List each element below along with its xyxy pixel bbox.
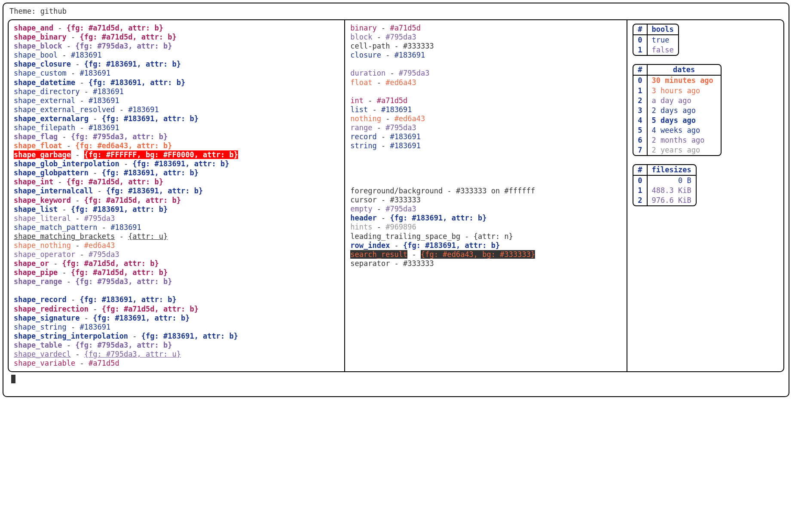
color-entry: shape_list - {fg: #183691, attr: b} — [14, 205, 339, 214]
color-entry: shape_variable - #a71d5d — [14, 359, 339, 368]
dates-table: # dates 030 minutes ago13 hours ago2a da… — [633, 64, 721, 156]
theme-preview-panel: shape_and - {fg: #a71d5d, attr: b}shape_… — [8, 19, 784, 372]
color-entry: shape_string_interpolation - {fg: #18369… — [14, 332, 339, 341]
color-entry: foreground/background - #333333 on #ffff… — [350, 187, 621, 196]
bools-col-header: bools — [647, 24, 678, 35]
color-entry: record - #183691 — [350, 132, 621, 141]
type-colors-column: binary - #a71d5dblock - #795da3cell-path… — [345, 20, 627, 371]
table-row: 0true — [633, 35, 678, 45]
type-colors-group: binary - #a71d5dblock - #795da3cell-path… — [350, 24, 621, 150]
table-row: 13 hours ago — [633, 86, 720, 96]
color-entry: shape_redirection - {fg: #a71d5d, attr: … — [14, 305, 339, 314]
dates-col-header: dates — [647, 65, 721, 75]
color-entry: shape_custom - #183691 — [14, 69, 339, 78]
color-entry: shape_matching_brackets - {attr: u} — [14, 232, 339, 241]
misc-colors-group: foreground/background - #333333 on #ffff… — [350, 187, 621, 268]
color-entry: shape_keyword - {fg: #a71d5d, attr: b} — [14, 196, 339, 205]
color-entry: shape_vardecl - {fg: #795da3, attr: u} — [14, 350, 339, 359]
color-entry: shape_external - #183691 — [14, 96, 339, 105]
color-entry: cursor - #333333 — [350, 196, 621, 205]
color-entry: shape_block - {fg: #795da3, attr: b} — [14, 42, 339, 51]
tables-column: # bools 0true1false # dates 030 minutes … — [627, 20, 783, 371]
color-entry: search_result - {fg: #ed6a43, bg: #33333… — [350, 250, 621, 259]
color-entry: shape_glob_interpolation - {fg: #183691,… — [14, 159, 339, 168]
color-entry: shape_string - #183691 — [14, 323, 339, 332]
color-entry: list - #183691 — [350, 105, 621, 114]
color-entry: shape_datetime - {fg: #183691, attr: b} — [14, 78, 339, 87]
color-entry: cell-path - #333333 — [350, 42, 621, 51]
color-entry: shape_int - {fg: #a71d5d, attr: b} — [14, 177, 339, 187]
color-entry: shape_table - {fg: #795da3, attr: b} — [14, 341, 339, 350]
color-entry: header - {fg: #183691, attr: b} — [350, 214, 621, 223]
color-entry: range - #795da3 — [350, 123, 621, 132]
fs-col-header: filesizes — [647, 165, 696, 175]
table-row: 45 days ago — [633, 116, 720, 125]
color-entry: shape_externalarg - {fg: #183691, attr: … — [14, 114, 339, 123]
table-row: 00 B — [633, 175, 695, 186]
color-entry: nothing - #ed6a43 — [350, 114, 621, 123]
color-entry: shape_external_resolved - #183691 — [14, 105, 339, 114]
color-entry: shape_filepath - #183691 — [14, 123, 339, 132]
dates-idx-header: # — [633, 65, 647, 75]
color-entry: shape_match_pattern - #183691 — [14, 223, 339, 232]
color-entry: shape_globpattern - {fg: #183691, attr: … — [14, 168, 339, 177]
color-entry: string - #183691 — [350, 141, 621, 150]
color-entry: shape_garbage - {fg: #FFFFFF, bg: #FF000… — [14, 150, 339, 159]
color-entry: separator - #333333 — [350, 259, 621, 268]
color-entry: binary - #a71d5d — [350, 24, 621, 33]
table-row: 72 years ago — [633, 145, 720, 155]
color-entry: shape_directory - #183691 — [14, 87, 339, 96]
color-entry: shape_internalcall - {fg: #183691, attr:… — [14, 187, 339, 196]
color-entry: block - #795da3 — [350, 33, 621, 42]
table-row: 030 minutes ago — [633, 75, 720, 86]
color-entry: duration - #795da3 — [350, 69, 621, 78]
color-entry: shape_pipe - {fg: #a71d5d, attr: b} — [14, 268, 339, 277]
bools-idx-header: # — [633, 24, 647, 35]
color-entry: shape_literal - #795da3 — [14, 214, 339, 223]
shape-colors-column: shape_and - {fg: #a71d5d, attr: b}shape_… — [9, 20, 345, 371]
table-row: 2a day ago — [633, 96, 720, 106]
color-entry: hints - #969896 — [350, 223, 621, 232]
color-entry: shape_bool - #183691 — [14, 51, 339, 60]
table-row: 32 days ago — [633, 106, 720, 116]
color-entry: closure - #183691 — [350, 51, 621, 60]
terminal-window: Theme: github shape_and - {fg: #a71d5d, … — [3, 3, 789, 397]
filesizes-table: # filesizes 00 B1488.3 KiB2976.6 KiB — [633, 164, 696, 206]
color-entry: shape_closure - {fg: #183691, attr: b} — [14, 60, 339, 69]
table-row: 2976.6 KiB — [633, 196, 695, 205]
table-row: 62 months ago — [633, 135, 720, 145]
color-entry: shape_record - {fg: #183691, attr: b} — [14, 295, 339, 304]
color-entry: shape_float - {fg: #ed6a43, attr: b} — [14, 141, 339, 150]
color-entry: shape_signature - {fg: #183691, attr: b} — [14, 314, 339, 323]
color-entry: shape_flag - {fg: #795da3, attr: b} — [14, 132, 339, 141]
color-entry: float - #ed6a43 — [350, 78, 621, 87]
color-entry: row_index - {fg: #183691, attr: b} — [350, 241, 621, 250]
color-entry: int - #a71d5d — [350, 96, 621, 105]
bools-table: # bools 0true1false — [633, 24, 679, 56]
color-entry: shape_nothing - #ed6a43 — [14, 241, 339, 250]
theme-title: Theme: github — [9, 7, 784, 16]
color-entry: shape_operator - #795da3 — [14, 250, 339, 259]
table-row: 54 weeks ago — [633, 125, 720, 135]
cursor — [11, 375, 15, 383]
fs-idx-header: # — [633, 165, 647, 175]
color-entry: leading_trailing_space_bg - {attr: n} — [350, 232, 621, 241]
color-entry: shape_and - {fg: #a71d5d, attr: b} — [14, 24, 339, 33]
color-entry: empty - #795da3 — [350, 205, 621, 214]
color-entry: shape_range - {fg: #795da3, attr: b} — [14, 277, 339, 286]
color-entry: shape_or - {fg: #a71d5d, attr: b} — [14, 259, 339, 268]
table-row: 1false — [633, 45, 678, 55]
color-entry: shape_binary - {fg: #a71d5d, attr: b} — [14, 33, 339, 42]
table-row: 1488.3 KiB — [633, 186, 695, 196]
